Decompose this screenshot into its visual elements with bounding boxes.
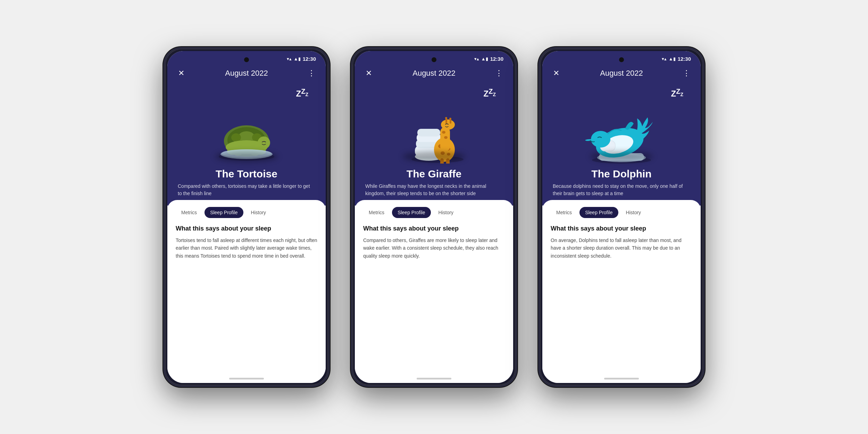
signal-icon-1: ▲▮ bbox=[294, 56, 301, 61]
svg-point-30 bbox=[441, 119, 455, 130]
status-time-3: 12:30 bbox=[678, 56, 691, 62]
animal-shadow-1 bbox=[215, 151, 278, 162]
tabs-2: Metrics Sleep Profile History bbox=[363, 207, 505, 218]
close-button-1[interactable]: ✕ bbox=[175, 69, 187, 78]
svg-rect-31 bbox=[445, 118, 447, 124]
status-icons-2: ▾▴ ▲▮ 12:30 bbox=[474, 56, 503, 62]
svg-point-9 bbox=[258, 136, 270, 149]
card-section-2: Metrics Sleep Profile History What this … bbox=[355, 200, 513, 374]
svg-point-4 bbox=[231, 133, 241, 142]
card-text-1: Tortoises tend to fall asleep at differe… bbox=[176, 236, 317, 260]
home-bar-2 bbox=[417, 378, 451, 379]
animal-dolphin bbox=[580, 103, 663, 165]
card-title-2: What this says about your sleep bbox=[363, 225, 505, 232]
phone-frame-3: ▾▴ ▲▮ 12:30 ✕ August 2022 ⋮ Z Z Z bbox=[538, 47, 705, 387]
phone-dolphin: ▾▴ ▲▮ 12:30 ✕ August 2022 ⋮ Z Z Z bbox=[538, 47, 705, 387]
animal-name-2: The Giraffe bbox=[407, 168, 461, 180]
tabs-1: Metrics Sleep Profile History bbox=[176, 207, 317, 218]
home-indicator-2 bbox=[355, 374, 513, 383]
phone-tortoise: ▾▴ ▲▮ 12:30 ✕ August 2022 ⋮ Z Z Z bbox=[163, 47, 330, 387]
animal-desc-1: Compared with others, tortoises may take… bbox=[178, 183, 315, 197]
home-bar-3 bbox=[604, 378, 639, 379]
home-indicator-3 bbox=[542, 374, 701, 383]
card-section-3: Metrics Sleep Profile History What this … bbox=[542, 200, 701, 374]
zzz-3: Z Z Z bbox=[553, 85, 690, 103]
zzz-2: Z Z Z bbox=[365, 85, 503, 103]
animal-name-1: The Tortoise bbox=[216, 168, 277, 180]
card-section-1: Metrics Sleep Profile History What this … bbox=[167, 200, 326, 374]
status-icons-1: ▾▴ ▲▮ 12:30 bbox=[287, 56, 316, 62]
animal-desc-3: Because dolphins need to stay on the mov… bbox=[553, 183, 690, 197]
animal-desc-2: While Giraffes may have the longest neck… bbox=[365, 183, 503, 197]
svg-point-44 bbox=[591, 131, 610, 148]
phone-frame-1: ▾▴ ▲▮ 12:30 ✕ August 2022 ⋮ Z Z Z bbox=[163, 47, 330, 387]
tab-metrics-1[interactable]: Metrics bbox=[176, 207, 202, 218]
phone-giraffe: ▾▴ ▲▮ 12:30 ✕ August 2022 ⋮ Z Z Z bbox=[351, 47, 517, 387]
card-text-2: Compared to others, Giraffes are more li… bbox=[363, 236, 505, 260]
animal-giraffe bbox=[396, 103, 472, 165]
wifi-icon-2: ▾▴ bbox=[474, 56, 479, 61]
camera-notch-1 bbox=[244, 57, 249, 62]
tab-history-3[interactable]: History bbox=[620, 207, 647, 218]
svg-point-34 bbox=[449, 118, 451, 120]
tab-sleep-profile-3[interactable]: Sleep Profile bbox=[579, 207, 618, 218]
card-title-1: What this says about your sleep bbox=[176, 225, 317, 232]
wifi-icon-3: ▾▴ bbox=[662, 56, 667, 61]
signal-icon-2: ▲▮ bbox=[481, 56, 488, 61]
more-button-2[interactable]: ⋮ bbox=[493, 69, 506, 78]
animal-shadow-3 bbox=[590, 151, 653, 162]
month-title-2: August 2022 bbox=[375, 69, 493, 78]
month-title-1: August 2022 bbox=[187, 69, 306, 78]
tab-history-1[interactable]: History bbox=[245, 207, 272, 218]
tab-metrics-2[interactable]: Metrics bbox=[363, 207, 390, 218]
phone-frame-2: ▾▴ ▲▮ 12:30 ✕ August 2022 ⋮ Z Z Z bbox=[351, 47, 517, 387]
tabs-3: Metrics Sleep Profile History bbox=[551, 207, 692, 218]
phone-screen-1: ▾▴ ▲▮ 12:30 ✕ August 2022 ⋮ Z Z Z bbox=[167, 51, 326, 383]
close-button-3[interactable]: ✕ bbox=[550, 69, 562, 78]
status-time-1: 12:30 bbox=[303, 56, 316, 62]
home-indicator-1 bbox=[167, 374, 326, 383]
wifi-icon-1: ▾▴ bbox=[287, 56, 292, 61]
status-icons-3: ▾▴ ▲▮ 12:30 bbox=[662, 56, 691, 62]
tab-sleep-profile-1[interactable]: Sleep Profile bbox=[205, 207, 243, 218]
animal-shadow-2 bbox=[403, 151, 465, 162]
tab-sleep-profile-2[interactable]: Sleep Profile bbox=[392, 207, 431, 218]
animal-name-3: The Dolphin bbox=[591, 168, 651, 180]
more-button-1[interactable]: ⋮ bbox=[306, 69, 318, 78]
svg-point-33 bbox=[445, 117, 447, 119]
more-button-3[interactable]: ⋮ bbox=[681, 69, 693, 78]
signal-icon-3: ▲▮ bbox=[669, 56, 676, 61]
camera-notch-3 bbox=[619, 57, 624, 62]
tab-metrics-3[interactable]: Metrics bbox=[551, 207, 577, 218]
phone-screen-3: ▾▴ ▲▮ 12:30 ✕ August 2022 ⋮ Z Z Z bbox=[542, 51, 701, 383]
tab-history-2[interactable]: History bbox=[433, 207, 459, 218]
close-button-2[interactable]: ✕ bbox=[362, 69, 375, 78]
hero-section-1: Z Z Z bbox=[167, 82, 326, 206]
card-text-3: On average, Dolphins tend to fall asleep… bbox=[551, 236, 692, 260]
hero-section-3: Z Z Z bbox=[542, 82, 701, 206]
app-bar-3: ✕ August 2022 ⋮ bbox=[542, 65, 701, 82]
svg-rect-21 bbox=[417, 129, 440, 136]
status-time-2: 12:30 bbox=[490, 56, 503, 62]
phone-screen-2: ▾▴ ▲▮ 12:30 ✕ August 2022 ⋮ Z Z Z bbox=[355, 51, 513, 383]
camera-notch-2 bbox=[432, 57, 436, 62]
zzz-1: Z Z Z bbox=[178, 85, 315, 103]
month-title-3: August 2022 bbox=[562, 69, 681, 78]
svg-rect-27 bbox=[440, 127, 450, 151]
app-bar-2: ✕ August 2022 ⋮ bbox=[355, 65, 513, 82]
hero-section-2: Z Z Z bbox=[355, 82, 513, 206]
app-bar-1: ✕ August 2022 ⋮ bbox=[167, 65, 326, 82]
svg-point-29 bbox=[444, 136, 448, 139]
animal-tortoise bbox=[208, 103, 285, 165]
home-bar-1 bbox=[229, 378, 264, 379]
svg-point-28 bbox=[442, 131, 445, 134]
card-title-3: What this says about your sleep bbox=[551, 225, 692, 232]
